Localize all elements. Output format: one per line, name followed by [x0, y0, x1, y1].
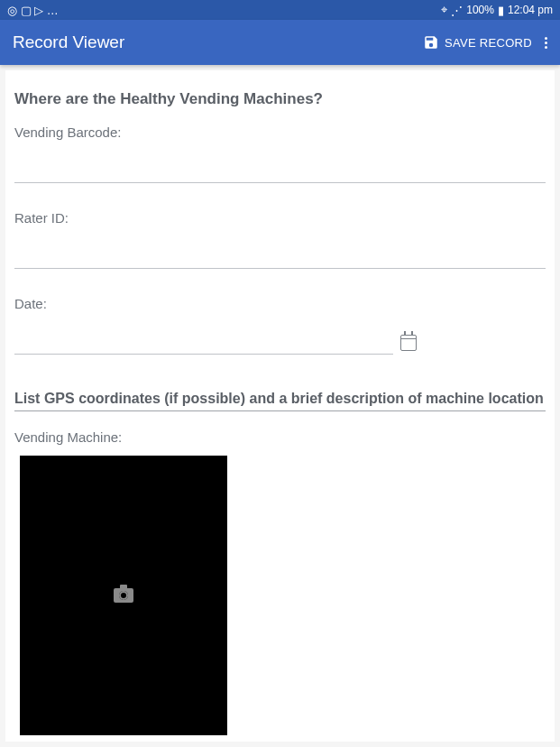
- date-input[interactable]: [14, 324, 393, 355]
- field-vending-machine-photo: Vending Machine:: [14, 429, 546, 735]
- status-right: ⌖ ⋰ 100% ▮ 12:04 pm: [441, 3, 553, 17]
- form-content: Where are the Healthy Vending Machines? …: [5, 70, 555, 742]
- location-icon: ⌖: [441, 3, 447, 17]
- photo-capture-box[interactable]: [20, 456, 227, 735]
- calendar-icon[interactable]: [400, 335, 417, 351]
- date-label: Date:: [14, 296, 546, 311]
- camera-icon: [114, 588, 133, 603]
- overflow-menu-button[interactable]: [545, 37, 547, 49]
- status-bar: ◎ ▢ ▷ … ⌖ ⋰ 100% ▮ 12:04 pm: [0, 0, 560, 20]
- vending-barcode-input[interactable]: [14, 152, 546, 183]
- field-rater-id: Rater ID:: [14, 210, 546, 269]
- save-record-label: SAVE RECORD: [445, 36, 532, 50]
- field-vending-barcode: Vending Barcode:: [14, 124, 546, 183]
- rater-id-label: Rater ID:: [14, 210, 546, 226]
- battery-icon: ▮: [498, 4, 504, 17]
- notification-icons: ◎ ▢ ▷ …: [7, 4, 59, 17]
- app-bar: Record Viewer SAVE RECORD: [0, 20, 560, 65]
- wifi-icon: ⋰: [451, 4, 463, 17]
- rater-id-input[interactable]: [14, 238, 546, 269]
- status-time: 12:04 pm: [508, 4, 553, 16]
- page-title: Record Viewer: [13, 32, 124, 52]
- save-icon: [423, 34, 439, 51]
- status-left-icons: ◎ ▢ ▷ …: [7, 4, 59, 17]
- section-1-title: Where are the Healthy Vending Machines?: [14, 90, 546, 108]
- vending-machine-label: Vending Machine:: [14, 429, 546, 445]
- section-2-title: List GPS coordinates (if possible) and a…: [14, 391, 546, 411]
- battery-percent: 100%: [466, 4, 494, 16]
- field-date: Date:: [14, 296, 546, 355]
- save-record-button[interactable]: SAVE RECORD: [423, 34, 532, 51]
- vending-barcode-label: Vending Barcode:: [14, 124, 546, 140]
